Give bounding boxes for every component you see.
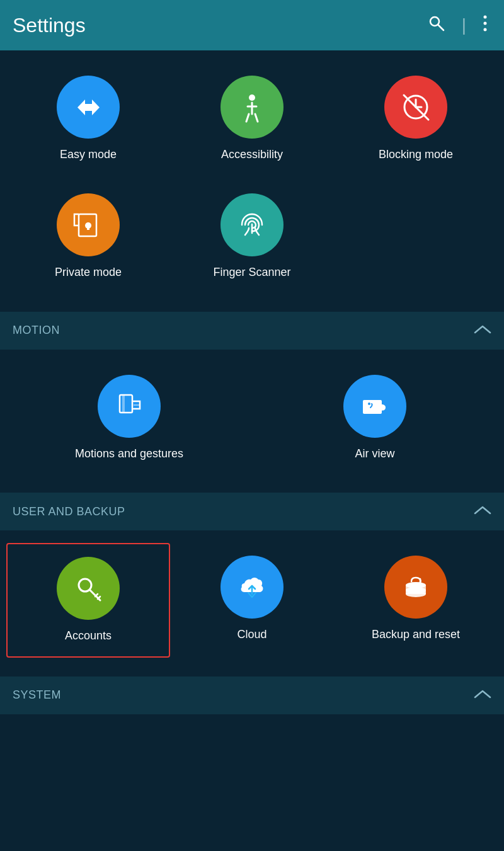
accounts-icon-circle: [57, 557, 120, 620]
personalization-section: Easy mode Accessibility: [0, 50, 504, 312]
more-options-icon: [482, 14, 488, 33]
app-header: Settings |: [0, 0, 504, 50]
cloud-label: Cloud: [237, 627, 266, 642]
more-options-button[interactable]: [479, 11, 491, 40]
arrows-icon: [71, 90, 106, 125]
key-icon: [71, 571, 106, 606]
user-backup-section-title: USER AND BACKUP: [13, 505, 125, 518]
motion-items-grid: Motions and gestures Air view: [6, 362, 498, 474]
motion-section-header[interactable]: MOTION: [0, 312, 504, 350]
air-view-item[interactable]: Air view: [252, 362, 498, 474]
blocking-mode-label: Blocking mode: [379, 147, 453, 162]
easy-mode-icon-circle: [57, 76, 120, 139]
easy-mode-item[interactable]: Easy mode: [6, 63, 170, 174]
system-section-title: SYSTEM: [13, 688, 61, 702]
hand-icon: [235, 90, 270, 125]
clock-block-icon: [399, 90, 433, 125]
header-actions: |: [424, 11, 491, 40]
svg-point-5: [249, 94, 255, 101]
lock-door-icon: [71, 208, 106, 243]
svg-point-3: [484, 21, 487, 25]
finger-scanner-label: Finger Scanner: [213, 265, 290, 280]
cloud-icon-circle: [220, 556, 284, 619]
blocking-mode-icon-circle: [384, 76, 447, 139]
svg-rect-15: [363, 400, 382, 414]
system-chevron-icon: [474, 687, 491, 704]
backup-reset-icon-circle: [384, 556, 447, 619]
svg-point-4: [484, 28, 487, 31]
motion-icon: [112, 389, 147, 423]
private-mode-icon-circle: [57, 193, 120, 256]
easy-mode-label: Easy mode: [60, 147, 117, 162]
backup-icon: [399, 570, 433, 605]
user-backup-items-section: Accounts Cloud: [0, 530, 504, 676]
user-backup-section-header[interactable]: USER AND BACKUP: [0, 493, 504, 530]
airview-icon: [358, 389, 392, 423]
system-section-header[interactable]: SYSTEM: [0, 677, 504, 714]
empty-cell: [334, 181, 498, 292]
svg-rect-11: [87, 226, 89, 230]
user-backup-chevron-icon: [474, 503, 491, 520]
private-mode-label: Private mode: [55, 265, 122, 280]
motion-section-title: MOTION: [13, 324, 60, 337]
motion-chevron-icon: [474, 323, 491, 339]
finger-scanner-icon-circle: [220, 193, 284, 256]
search-button[interactable]: [424, 11, 449, 40]
air-view-label: Air view: [355, 447, 394, 461]
motions-gestures-icon-circle: [98, 375, 161, 438]
svg-line-1: [438, 25, 444, 30]
cloud-sync-icon: [235, 570, 270, 605]
header-divider: |: [462, 15, 466, 35]
cloud-item[interactable]: Cloud: [170, 543, 334, 657]
fingerprint-icon: [235, 208, 270, 243]
svg-point-2: [484, 15, 487, 18]
air-view-icon-circle: [343, 375, 406, 438]
page-title: Settings: [13, 14, 86, 37]
accessibility-label: Accessibility: [221, 147, 283, 162]
search-icon: [427, 14, 446, 33]
blocking-mode-item[interactable]: Blocking mode: [334, 63, 498, 174]
backup-reset-label: Backup and reset: [372, 627, 460, 642]
backup-reset-item[interactable]: Backup and reset: [334, 543, 498, 657]
accessibility-item[interactable]: Accessibility: [170, 63, 334, 174]
motion-items-section: Motions and gestures Air view: [0, 350, 504, 493]
accounts-item[interactable]: Accounts: [6, 543, 170, 657]
motions-gestures-label: Motions and gestures: [75, 447, 183, 461]
user-backup-items-grid: Accounts Cloud: [6, 543, 498, 657]
finger-scanner-item[interactable]: Finger Scanner: [170, 181, 334, 292]
motions-gestures-item[interactable]: Motions and gestures: [6, 362, 252, 474]
top-items-grid: Easy mode Accessibility: [6, 63, 498, 293]
accessibility-icon-circle: [220, 76, 284, 139]
svg-rect-13: [122, 395, 125, 413]
svg-rect-12: [120, 395, 132, 413]
accounts-label: Accounts: [65, 629, 112, 643]
settings-content: Easy mode Accessibility: [0, 50, 504, 714]
svg-point-16: [368, 403, 370, 405]
private-mode-item[interactable]: Private mode: [6, 181, 170, 292]
